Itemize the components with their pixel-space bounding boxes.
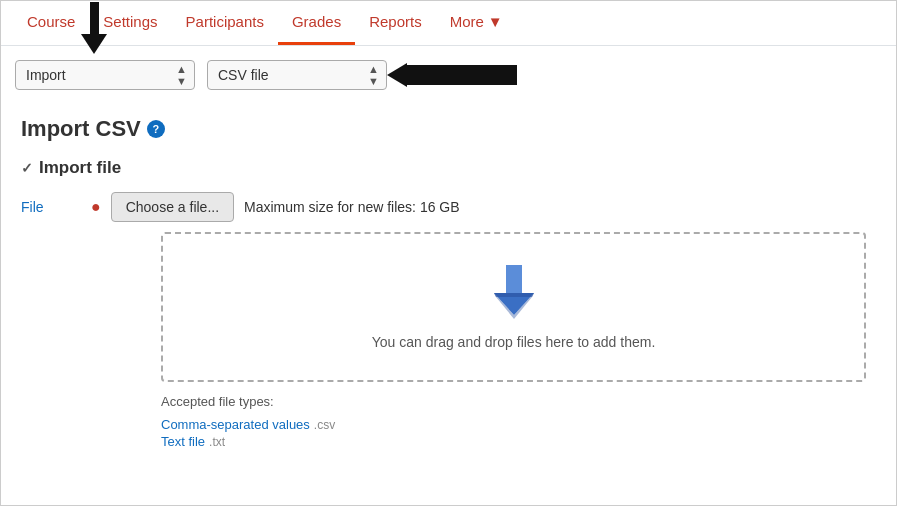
nav-bar: Course Settings Participants Grades Repo…: [1, 1, 896, 46]
nav-item-course[interactable]: Course: [13, 1, 89, 45]
page-title: Import CSV: [21, 116, 141, 142]
section-header: ✓ Import file: [21, 158, 876, 178]
nav-item-grades[interactable]: Grades: [278, 1, 355, 45]
down-arrow-annotation: [80, 2, 108, 54]
file-form-row: File ● Choose a file... Maximum size for…: [21, 192, 876, 222]
required-icon: ●: [91, 192, 101, 216]
page-title-row: Import CSV ?: [21, 116, 876, 142]
file-label: File: [21, 192, 81, 215]
file-drop-zone[interactable]: You can drag and drop files here to add …: [161, 232, 866, 382]
format-select-wrapper: CSV file Excel file ODS file ▲ ▼: [207, 60, 387, 90]
right-arrow-annotation: [387, 63, 517, 87]
section-title: Import file: [39, 158, 121, 178]
max-size-text: Maximum size for new files: 16 GB: [244, 192, 460, 215]
file-type-txt: Text file .txt: [161, 434, 876, 449]
nav-item-participants[interactable]: Participants: [172, 1, 278, 45]
format-select[interactable]: CSV file Excel file ODS file: [207, 60, 387, 90]
toolbar-row: Import Export ▲ ▼ CSV file Excel file OD…: [1, 46, 896, 100]
file-type-csv: Comma-separated values .csv: [161, 417, 876, 432]
main-content: Import CSV ? ✓ Import file File ● Choose…: [1, 100, 896, 467]
import-select[interactable]: Import Export: [15, 60, 195, 90]
svg-marker-2: [494, 293, 534, 297]
nav-item-more[interactable]: More ▼: [436, 1, 517, 45]
section-chevron-icon[interactable]: ✓: [21, 160, 33, 176]
accepted-types-label: Accepted file types:: [161, 394, 876, 409]
chevron-down-icon: ▼: [488, 13, 503, 30]
drop-arrow-icon: [484, 265, 544, 320]
choose-file-button[interactable]: Choose a file...: [111, 192, 234, 222]
import-select-wrapper: Import Export ▲ ▼: [15, 60, 195, 90]
drop-text: You can drag and drop files here to add …: [372, 334, 656, 350]
svg-marker-0: [506, 265, 522, 293]
help-icon[interactable]: ?: [147, 120, 165, 138]
nav-item-reports[interactable]: Reports: [355, 1, 436, 45]
